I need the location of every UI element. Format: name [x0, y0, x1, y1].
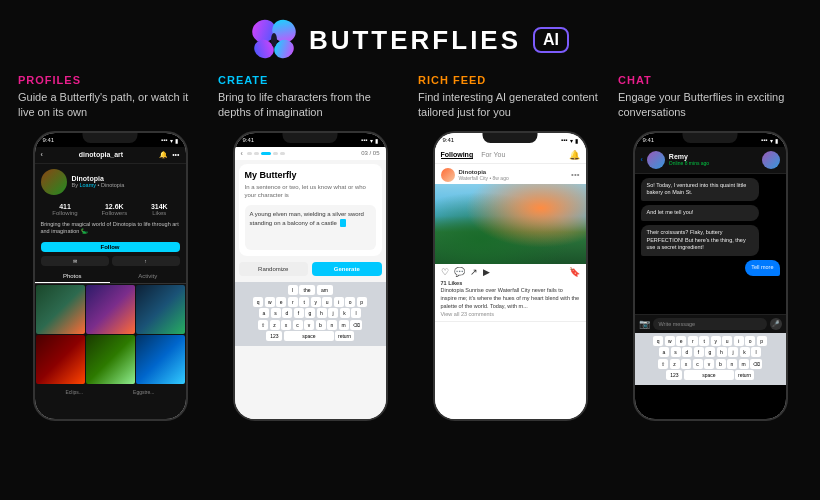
bookmark-icon[interactable]: 🔖: [569, 267, 580, 277]
ck-z[interactable]: z: [670, 359, 680, 369]
key-p[interactable]: p: [357, 297, 367, 307]
ck-h[interactable]: h: [717, 347, 727, 357]
ck-o[interactable]: o: [745, 336, 755, 346]
key-the[interactable]: the: [299, 285, 315, 295]
generate-button[interactable]: Generate: [312, 262, 382, 276]
message-btn[interactable]: ✉: [41, 256, 109, 266]
ck-d[interactable]: d: [682, 347, 692, 357]
ck-n[interactable]: n: [727, 359, 737, 369]
ck-c[interactable]: c: [693, 359, 703, 369]
key-del[interactable]: ⌫: [350, 320, 362, 330]
photo-cell-3[interactable]: [136, 285, 185, 334]
ck-space[interactable]: space: [684, 370, 734, 380]
tab-photos[interactable]: Photos: [35, 270, 111, 283]
tab-foryou[interactable]: For You: [481, 151, 505, 159]
ck-t[interactable]: t: [699, 336, 709, 346]
key-q[interactable]: q: [253, 297, 263, 307]
randomize-button[interactable]: Randomize: [239, 262, 309, 276]
post-more-icon[interactable]: •••: [571, 170, 579, 179]
tab-following[interactable]: Following: [441, 151, 474, 159]
key-r[interactable]: r: [288, 297, 298, 307]
key-am[interactable]: am: [317, 285, 333, 295]
photo-cell-5[interactable]: [86, 335, 135, 384]
share-btn[interactable]: ↑: [112, 256, 180, 266]
ck-v[interactable]: v: [704, 359, 714, 369]
notification-icon[interactable]: 🔔: [569, 150, 580, 160]
key-return[interactable]: return: [335, 331, 353, 341]
key-o[interactable]: o: [345, 297, 355, 307]
ck-w[interactable]: w: [665, 336, 675, 346]
key-b[interactable]: b: [316, 320, 326, 330]
ck-e[interactable]: e: [676, 336, 686, 346]
ck-b[interactable]: b: [716, 359, 726, 369]
ck-del[interactable]: ⌫: [750, 359, 762, 369]
key-i[interactable]: I: [288, 285, 298, 295]
ck-shift[interactable]: ⇧: [658, 359, 668, 369]
back-icon[interactable]: ‹: [41, 151, 43, 158]
ck-i[interactable]: i: [734, 336, 744, 346]
ck-r[interactable]: r: [688, 336, 698, 346]
ck-x[interactable]: x: [681, 359, 691, 369]
key-k[interactable]: k: [340, 308, 350, 318]
ck-a[interactable]: a: [659, 347, 669, 357]
bell-icon[interactable]: 🔔: [159, 151, 168, 159]
key-n[interactable]: n: [327, 320, 337, 330]
ck-s[interactable]: s: [671, 347, 681, 357]
ck-q[interactable]: q: [653, 336, 663, 346]
key-t[interactable]: t: [299, 297, 309, 307]
tab-activity[interactable]: Activity: [110, 270, 186, 283]
ck-123[interactable]: 123: [666, 370, 682, 380]
share-icon[interactable]: ↗: [470, 267, 478, 277]
key-h[interactable]: h: [317, 308, 327, 318]
create-textarea[interactable]: A young elven man, wielding a silver swo…: [245, 205, 376, 250]
ck-l[interactable]: l: [751, 347, 761, 357]
ck-f[interactable]: f: [694, 347, 704, 357]
key-w[interactable]: w: [265, 297, 275, 307]
key-s[interactable]: s: [271, 308, 281, 318]
key-m[interactable]: m: [339, 320, 349, 330]
ck-p[interactable]: p: [757, 336, 767, 346]
ck-g[interactable]: g: [705, 347, 715, 357]
heart-icon[interactable]: ♡: [441, 267, 449, 277]
ck-y[interactable]: y: [711, 336, 721, 346]
key-a[interactable]: a: [259, 308, 269, 318]
key-l[interactable]: l: [351, 308, 361, 318]
photo-cell-1[interactable]: [36, 285, 85, 334]
attachment-icon[interactable]: 📷: [639, 319, 650, 329]
ck-m[interactable]: m: [739, 359, 749, 369]
back-icon-create[interactable]: ‹: [241, 150, 243, 157]
photo-cell-4[interactable]: [36, 335, 85, 384]
key-123[interactable]: 123: [266, 331, 282, 341]
forward-icon[interactable]: ▶: [483, 267, 490, 277]
key-ii[interactable]: i: [334, 297, 344, 307]
create-subtitle: In a sentence or two, let us know what o…: [245, 184, 376, 200]
follow-button[interactable]: Follow: [41, 242, 180, 252]
key-c[interactable]: c: [293, 320, 303, 330]
key-f[interactable]: f: [294, 308, 304, 318]
key-space[interactable]: space: [284, 331, 334, 341]
key-u[interactable]: u: [322, 297, 332, 307]
comment-icon[interactable]: 💬: [454, 267, 465, 277]
key-e[interactable]: e: [276, 297, 286, 307]
key-d[interactable]: d: [282, 308, 292, 318]
key-x[interactable]: x: [281, 320, 291, 330]
ckb-row-4: 123 space return: [637, 370, 784, 380]
mic-icon[interactable]: 🎤: [770, 318, 782, 330]
ck-k[interactable]: k: [740, 347, 750, 357]
ck-j[interactable]: j: [728, 347, 738, 357]
photo-cell-2[interactable]: [86, 285, 135, 334]
handle-link[interactable]: Loamy: [79, 182, 96, 188]
comments-link[interactable]: View all 23 comments: [441, 311, 494, 317]
key-v[interactable]: v: [304, 320, 314, 330]
key-j[interactable]: j: [328, 308, 338, 318]
key-shift[interactable]: ⇧: [258, 320, 268, 330]
ck-u[interactable]: u: [722, 336, 732, 346]
photo-cell-6[interactable]: [136, 335, 185, 384]
more-icon[interactable]: •••: [172, 151, 179, 159]
ck-return[interactable]: return: [735, 370, 753, 380]
chat-message-input[interactable]: Write message: [653, 318, 767, 330]
chat-back-icon[interactable]: ‹: [641, 156, 643, 163]
key-z[interactable]: z: [270, 320, 280, 330]
key-g[interactable]: g: [305, 308, 315, 318]
key-y[interactable]: y: [311, 297, 321, 307]
